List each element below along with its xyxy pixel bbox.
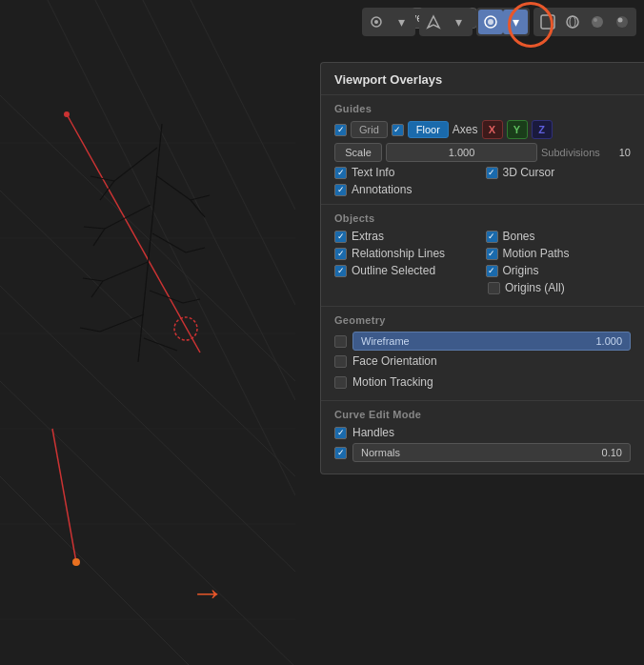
svg-line-6 — [0, 381, 295, 665]
scale-btn[interactable]: Scale — [334, 143, 382, 162]
text-info-label: Text Info — [352, 166, 394, 179]
origins-item: Origins — [486, 264, 632, 277]
geometry-label: Geometry — [334, 314, 631, 326]
normals-value: 0.10 — [602, 447, 622, 458]
motion-paths-checkbox[interactable] — [486, 248, 498, 260]
subdivisions-label: Subdivisions — [541, 147, 608, 158]
svg-line-3 — [48, 0, 295, 495]
origins-all-label: Origins (All) — [505, 281, 565, 294]
svg-line-37 — [80, 328, 100, 332]
curve-edit-section: Curve Edit Mode Handles Normals 0.10 — [321, 401, 644, 474]
face-orient-checkbox[interactable] — [334, 355, 347, 368]
guides-label: Guides — [334, 103, 631, 114]
floor-checkbox[interactable] — [392, 124, 404, 136]
handles-row: Handles — [334, 426, 631, 439]
subdivisions-value[interactable]: 10 — [612, 147, 631, 158]
axis-x-btn[interactable]: X — [482, 120, 503, 139]
wireframe-label: Wireframe — [361, 335, 410, 347]
handles-checkbox[interactable] — [334, 427, 347, 439]
grid-toggle[interactable]: Grid — [351, 121, 388, 138]
svg-point-48 — [594, 18, 597, 22]
overlays-panel: Viewport Overlays Guides Grid Floor Axes… — [320, 62, 644, 474]
toolbar-group-transform: ▾ — [419, 8, 473, 36]
cursor-3d-label: 3D Cursor — [503, 166, 555, 179]
origins-label: Origins — [503, 264, 539, 277]
origins-checkbox[interactable] — [486, 265, 498, 277]
normals-checkbox[interactable] — [334, 447, 347, 459]
transform-dropdown-btn[interactable]: ▾ — [446, 10, 471, 34]
cursor-3d-checkbox[interactable] — [486, 167, 498, 179]
overlay-icon-btn[interactable] — [478, 10, 503, 34]
svg-rect-44 — [541, 15, 554, 29]
toolbar-group-view: ▾ — [362, 8, 415, 36]
panel-title: Viewport Overlays — [321, 63, 644, 95]
origins-all-item: Origins (All) — [488, 281, 565, 294]
orange-arrow-indicator: → — [191, 575, 225, 610]
guides-toggles-row: Grid Floor Axes X Y Z — [334, 120, 631, 139]
motion-tracking-label: Motion Tracking — [352, 375, 433, 389]
bones-checkbox[interactable] — [486, 231, 498, 243]
svg-line-4 — [95, 0, 295, 400]
extras-bones-row: Extras Bones — [334, 230, 631, 243]
floor-toggle[interactable]: Floor — [408, 121, 449, 138]
svg-line-31 — [103, 262, 148, 281]
svg-point-46 — [570, 16, 575, 28]
text-info-checkbox[interactable] — [334, 167, 347, 179]
grid-checkbox[interactable] — [334, 124, 347, 136]
axis-y-btn[interactable]: Y — [507, 120, 528, 139]
svg-line-33 — [91, 281, 103, 297]
motion-paths-item: Motion Paths — [486, 247, 632, 260]
viewport-svg — [0, 0, 295, 665]
rel-lines-checkbox[interactable] — [334, 248, 347, 260]
svg-line-8 — [191, 0, 295, 210]
wireframe-field[interactable]: Wireframe 1.000 — [352, 332, 631, 351]
guides-section: Guides Grid Floor Axes X Y Z Scale 1.000… — [321, 95, 644, 205]
svg-point-17 — [72, 558, 80, 566]
shading-mat-btn[interactable] — [585, 10, 610, 34]
motion-tracking-checkbox[interactable] — [334, 376, 347, 389]
outline-checkbox[interactable] — [334, 265, 347, 277]
svg-line-7 — [0, 476, 191, 665]
svg-line-30 — [186, 248, 205, 252]
svg-line-38 — [144, 338, 177, 351]
overlay-dropdown-btn[interactable]: ▾ — [503, 10, 528, 34]
normals-label: Normals — [361, 447, 400, 458]
transform-icon-btn[interactable] — [421, 10, 446, 34]
wireframe-checkbox[interactable] — [334, 335, 347, 348]
svg-line-5 — [143, 0, 295, 305]
svg-point-49 — [616, 16, 628, 28]
extras-item: Extras — [334, 230, 480, 243]
extras-checkbox[interactable] — [334, 231, 347, 243]
toolbar-group-overlay: ▾ — [476, 8, 530, 36]
view-icon-btn[interactable] — [364, 10, 389, 34]
annotations-label: Annotations — [352, 183, 412, 196]
view-dropdown-btn[interactable]: ▾ — [389, 10, 413, 34]
annotations-item: Annotations — [334, 183, 631, 196]
scale-value[interactable]: 1.000 — [386, 143, 537, 162]
extras-label: Extras — [352, 230, 384, 243]
svg-line-16 — [52, 429, 76, 562]
face-orient-row: Face Orientation — [334, 354, 631, 368]
svg-line-26 — [105, 205, 151, 229]
rel-lines-item: Relationship Lines — [334, 247, 480, 260]
handles-label: Handles — [352, 426, 394, 439]
svg-point-47 — [592, 16, 603, 28]
outline-item: Outline Selected — [334, 264, 480, 277]
outline-origins-row: Outline Selected Origins — [334, 264, 631, 277]
axis-z-btn[interactable]: Z — [532, 120, 553, 139]
outline-label: Outline Selected — [352, 264, 435, 277]
axes-label: Axes — [453, 123, 478, 136]
normals-field[interactable]: Normals 0.10 — [352, 443, 631, 462]
annotations-checkbox[interactable] — [334, 184, 347, 196]
svg-line-15 — [67, 114, 200, 353]
origins-all-checkbox[interactable] — [488, 282, 500, 294]
shading-solid-btn[interactable] — [535, 10, 560, 34]
shading-render-btn[interactable] — [610, 10, 634, 34]
svg-line-28 — [93, 229, 105, 246]
text-info-item: Text Info — [334, 166, 480, 179]
shading-wire-btn[interactable] — [560, 10, 585, 34]
top-toolbar: ▾ ▾ ▾ — [362, 8, 636, 36]
origins-all-row: Origins (All) — [334, 281, 631, 294]
rel-lines-label: Relationship Lines — [352, 247, 445, 260]
objects-section: Objects Extras Bones Relationship Lines … — [321, 205, 644, 307]
